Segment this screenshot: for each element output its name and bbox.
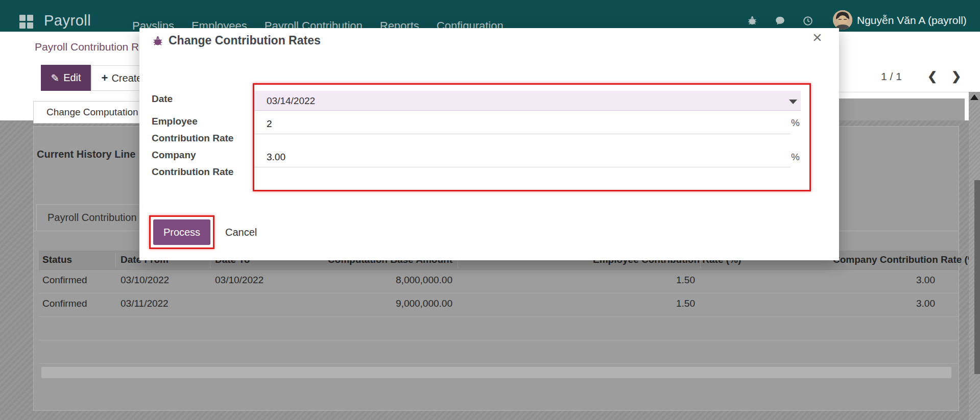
process-button[interactable]: Process (153, 219, 210, 245)
date-input[interactable]: 03/14/2022 (253, 91, 801, 111)
cell-date-from: 03/11/2022 (121, 298, 169, 309)
pager-next-icon[interactable]: ❯ (951, 69, 961, 83)
section-title: Current History Line (37, 149, 135, 160)
column-header-status[interactable]: Status (42, 254, 72, 265)
table-empty-row (39, 340, 959, 364)
cell-employee-rate: 1.50 (593, 275, 695, 286)
cell-employee-rate: 1.50 (593, 298, 695, 309)
clock-icon[interactable] (802, 15, 814, 27)
apps-grid-icon[interactable] (19, 15, 33, 29)
table-empty-row (39, 317, 959, 340)
column-header-company-rate[interactable]: Company Contribution Rate (%) (833, 254, 935, 265)
cell-computation-base: 9,000,000.00 (299, 298, 452, 309)
cell-date-from: 03/10/2022 (121, 275, 169, 286)
table-row[interactable]: Confirmed 03/10/2022 03/10/2022 8,000,00… (39, 270, 959, 293)
scroll-up-arrow-icon[interactable] (970, 94, 978, 100)
payroll-app-screen: Payroll Payslips Employees Payroll Contr… (0, 0, 980, 420)
table-row[interactable]: Confirmed 03/11/2022 9,000,000.00 1.50 3… (39, 293, 959, 317)
top-navbar: Payroll Payslips Employees Payroll Contr… (0, 0, 980, 32)
edit-button[interactable]: ✎ Edit (41, 65, 91, 91)
employee-rate-label: Employee Contribution Rate (152, 113, 254, 146)
cell-date-to: 03/10/2022 (215, 275, 264, 286)
change-contribution-rates-dialog: Change Contribution Rates × Date 03/14/2… (139, 28, 839, 260)
company-rate-input[interactable]: 3.00 (253, 147, 791, 167)
scrollbar-thumb[interactable] (974, 180, 980, 374)
close-icon[interactable]: × (812, 29, 822, 45)
user-name[interactable]: Nguyễn Văn A (payroll) (857, 14, 967, 27)
cell-computation-base: 8,000,000.00 (299, 275, 452, 286)
vertical-scrollbar[interactable] (969, 92, 980, 420)
chat-icon[interactable] (774, 15, 786, 27)
cell-company-rate: 3.00 (833, 298, 935, 309)
pager-count: 1 / 1 (881, 70, 902, 83)
dialog-title: Change Contribution Rates (169, 34, 321, 47)
pager-previous-icon[interactable]: ❮ (927, 69, 937, 83)
navbar-icons (747, 15, 814, 27)
cell-status: Confirmed (42, 275, 87, 286)
date-label: Date (152, 90, 254, 107)
bug-icon (152, 35, 164, 50)
employee-rate-unit: % (791, 117, 800, 129)
control-panel-divider (839, 92, 980, 92)
user-avatar[interactable] (833, 10, 852, 30)
app-brand[interactable]: Payroll (44, 12, 91, 29)
bug-icon[interactable] (747, 15, 758, 27)
horizontal-scrollbar[interactable] (41, 367, 951, 378)
cell-company-rate: 3.00 (833, 275, 935, 286)
cell-status: Confirmed (42, 298, 87, 309)
header-divider (115, 253, 116, 268)
pencil-icon: ✎ (51, 72, 59, 84)
employee-rate-input[interactable]: 2 (253, 114, 791, 134)
chevron-down-icon[interactable] (789, 100, 797, 104)
company-rate-unit: % (791, 152, 800, 163)
plus-icon: + (102, 71, 108, 85)
company-rate-label: Company Contribution Rate (152, 146, 254, 180)
cancel-button[interactable]: Cancel (222, 222, 260, 242)
